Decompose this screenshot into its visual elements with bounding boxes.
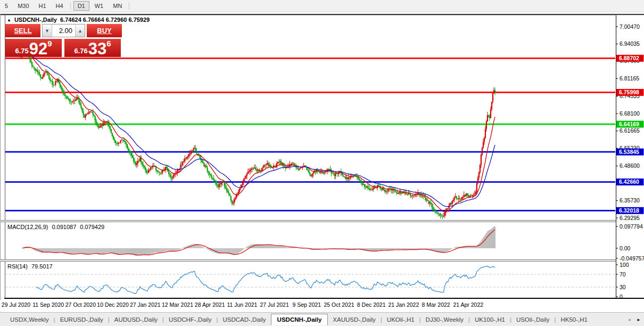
chart-tab-usdcaddaily[interactable]: USDCAD-,Daily (218, 314, 270, 325)
rsi-indicator-label: RSI(14) 79.5017 (7, 263, 53, 270)
buy-price-button[interactable]: 6.76 33 6 (64, 39, 121, 57)
sell-button[interactable]: SELL (5, 24, 40, 37)
svg-text:6.68100: 6.68100 (620, 110, 640, 117)
tab-items: USDX,Weekly|EURUSD-,Daily|AUDUSD-,Daily|… (5, 314, 592, 325)
svg-text:6.42660: 6.42660 (619, 178, 639, 185)
date-axis-label: 21 Jan 2022 (388, 301, 419, 308)
chart-tab-ukoilh1[interactable]: UKOil-,H1 (382, 314, 419, 325)
volume-decrease-icon[interactable]: ▼ (43, 25, 52, 37)
date-axis-label: 11 Jun 2021 (227, 301, 257, 308)
svg-text:6.75998: 6.75998 (619, 89, 639, 95)
svg-text:6.81165: 6.81165 (620, 75, 639, 82)
chart-tab-bar: USDX,Weekly|EURUSD-,Daily|AUDUSD-,Daily|… (0, 312, 644, 326)
date-axis: 29 Jul 202011 Sep 202027 Oct 202010 Dec … (0, 300, 644, 312)
sell-price-base: 6.75 (15, 47, 28, 55)
date-axis-label: 8 Mar 2022 (422, 301, 450, 308)
macd-name: MACD(12,26,9) (7, 224, 48, 230)
svg-text:6.29295: 6.29295 (620, 215, 640, 221)
date-axis-label: 28 Apr 2021 (195, 301, 225, 308)
chart-tab-usdchfdaily[interactable]: USDCHF-,Daily (164, 314, 217, 325)
date-axis-label: 25 Oct 2021 (324, 301, 354, 308)
collapse-panel-icon[interactable]: ▲ (7, 18, 11, 22)
volume-stepper: ▼ ▲ (42, 24, 85, 37)
date-axis-label: 29 Jul 2020 (2, 301, 30, 308)
svg-text:0: 0 (620, 294, 623, 300)
tab-scroll-right-icon[interactable]: ► (637, 317, 641, 322)
date-axis-label: 11 Sep 2020 (32, 301, 64, 308)
chart-ohlc-values: 6.74624 6.76664 6.72960 6.75929 (60, 17, 150, 23)
chart-tab-usoildaily[interactable]: USOil-,Daily (511, 314, 555, 325)
date-axis-label: 12 Mar 2021 (162, 301, 193, 308)
chart-tab-audusddaily[interactable]: AUDUSD-,Daily (110, 314, 162, 325)
svg-text:6.61665: 6.61665 (620, 127, 640, 134)
svg-text:6.48600: 6.48600 (620, 162, 640, 169)
volume-increase-icon[interactable]: ▲ (75, 25, 85, 37)
svg-text:6.94035: 6.94035 (620, 40, 640, 47)
sell-price-point: 9 (47, 39, 52, 48)
volume-input[interactable] (52, 25, 75, 37)
macd-signal-value: 0.079429 (80, 224, 104, 230)
chart-tab-dj30weekly[interactable]: DJ30-,Weekly (421, 314, 468, 325)
chart-tab-eurusddaily[interactable]: EURUSD-,Daily (55, 314, 108, 325)
chart-tab-usdcnhdaily[interactable]: USDCNH-,Daily (271, 314, 328, 325)
svg-text:6.35730: 6.35730 (620, 197, 640, 203)
svg-text:6.64169: 6.64169 (619, 121, 639, 127)
rsi-value: 79.5017 (31, 263, 53, 270)
svg-text:-0.049757: -0.049757 (620, 255, 644, 262)
svg-text:100: 100 (620, 262, 629, 268)
chart-tab-usdxweekly[interactable]: USDX,Weekly (5, 314, 54, 325)
date-axis-label: 27 Jul 2021 (260, 301, 288, 308)
svg-text:30: 30 (620, 284, 626, 290)
date-axis-label: 27 Jan 2021 (130, 301, 161, 308)
date-axis-label: 9 Sep 2021 (292, 301, 321, 308)
svg-text:70: 70 (620, 271, 626, 278)
buy-price-point: 6 (106, 39, 111, 48)
svg-text:0.00: 0.00 (620, 245, 631, 251)
chart-tab-uk100h1[interactable]: UK100-,H1 (470, 314, 510, 325)
date-axis-label: 8 Dec 2021 (357, 301, 386, 308)
svg-text:0.097794: 0.097794 (620, 223, 643, 230)
macd-main-value: 0.091087 (52, 224, 76, 230)
macd-indicator-label: MACD(12,26,9) 0.091087 0.079429 (7, 224, 104, 230)
buy-button[interactable]: BUY (87, 24, 122, 37)
buy-price-base: 6.76 (74, 47, 87, 55)
mt4-workspace: 5M30H1H4D1W1MN 7.004706.940356.876006.81… (0, 0, 644, 326)
rsi-name: RSI(14) (7, 263, 28, 270)
svg-text:6.32018: 6.32018 (619, 207, 639, 214)
svg-text:7.00470: 7.00470 (620, 23, 640, 30)
svg-text:6.88702: 6.88702 (619, 55, 639, 61)
chart-tab-xauusddaily[interactable]: XAUUSD-,Daily (328, 314, 381, 325)
chart-tab-hk50h1[interactable]: HK50-,H1 (556, 314, 593, 325)
sell-price-pips: 92 (29, 42, 47, 55)
tab-scroll-left-icon[interactable]: ◄ (627, 317, 631, 322)
date-axis-label: 21 Apr 2022 (453, 301, 483, 308)
sell-price-button[interactable]: 6.75 92 9 (5, 39, 62, 57)
svg-text:6.53845: 6.53845 (619, 149, 639, 155)
date-axis-label: 27 Oct 2020 (65, 301, 96, 308)
chart-symbol-title: USDCNH-,Daily (14, 17, 57, 23)
tab-scroll-arrows: ◄ ► (627, 317, 644, 322)
date-axis-label: 10 Dec 2020 (97, 301, 129, 308)
one-click-trade-panel: SELL ▼ ▲ BUY 6.75 92 9 6.76 33 6 (5, 24, 122, 57)
buy-price-pips: 33 (88, 42, 106, 55)
chart-title-line: ▲ USDCNH-,Daily 6.74624 6.76664 6.72960 … (7, 17, 150, 23)
